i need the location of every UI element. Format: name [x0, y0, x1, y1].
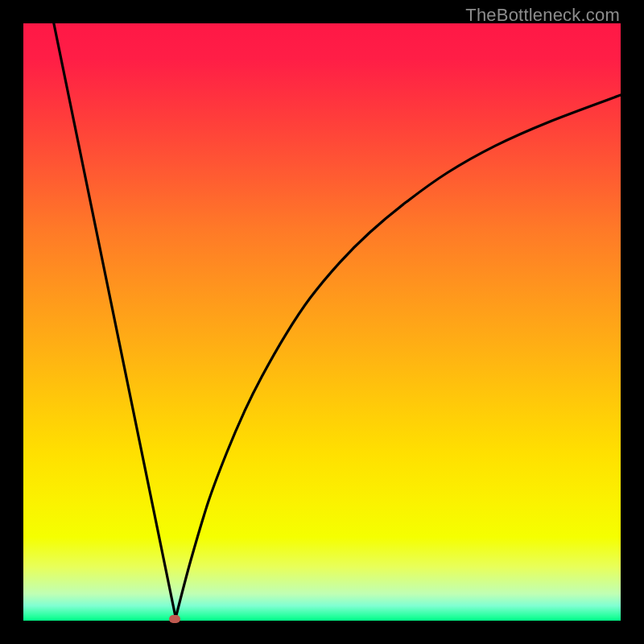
plot-area	[23, 23, 621, 621]
right-curve	[175, 95, 621, 617]
chart-frame: TheBottleneck.com	[0, 0, 644, 644]
curve-layer	[23, 23, 621, 621]
min-marker	[169, 615, 180, 623]
left-line	[54, 23, 175, 617]
